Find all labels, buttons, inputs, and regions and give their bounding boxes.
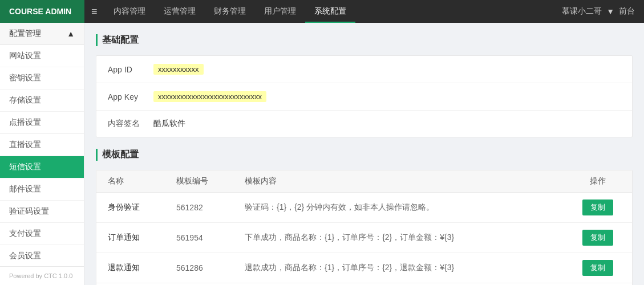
row0-code: 561282 bbox=[176, 203, 245, 212]
appid-row: App ID xxxxxxxxxxx bbox=[96, 56, 632, 83]
content-tag-value: 酷瓜软件 bbox=[153, 119, 621, 129]
main-layout: 配置管理 ▲ 网站设置 密钥设置 存储设置 点播设置 直播设置 短信设置 邮件设… bbox=[0, 23, 644, 285]
sidebar-item-membership[interactable]: 会员设置 bbox=[0, 245, 84, 267]
row2-name: 退款通知 bbox=[108, 263, 176, 273]
front-link[interactable]: 前台 bbox=[619, 6, 635, 17]
copy-button-0[interactable]: 复制 bbox=[582, 199, 613, 215]
sidebar-item-email[interactable]: 邮件设置 bbox=[0, 178, 84, 201]
sidebar: 配置管理 ▲ 网站设置 密钥设置 存储设置 点播设置 直播设置 短信设置 邮件设… bbox=[0, 23, 84, 285]
appkey-value: xxxxxxxxxxxxxxxxxxxxxxxxxxxx bbox=[153, 91, 621, 102]
sidebar-item-keys[interactable]: 密钥设置 bbox=[0, 67, 84, 89]
copy-button-1[interactable]: 复制 bbox=[582, 230, 613, 246]
appkey-label: App Key bbox=[108, 92, 153, 101]
sidebar-footer: Powered by CTC 1.0.0 bbox=[0, 266, 84, 285]
appid-label: App ID bbox=[108, 65, 153, 74]
sidebar-group-title[interactable]: 配置管理 ▲ bbox=[0, 23, 84, 45]
nav-item-operations[interactable]: 运营管理 bbox=[155, 0, 205, 23]
row1-name: 订单通知 bbox=[108, 233, 176, 243]
appid-highlight: xxxxxxxxxxx bbox=[153, 64, 204, 75]
th-name: 名称 bbox=[108, 176, 176, 186]
sidebar-item-payment[interactable]: 支付设置 bbox=[0, 223, 84, 245]
row2-code: 561286 bbox=[176, 263, 245, 272]
nav-toggle-button[interactable]: ≡ bbox=[84, 0, 104, 23]
brand-logo: COURSE ADMIN bbox=[0, 0, 84, 23]
sidebar-item-live[interactable]: 直播设置 bbox=[0, 134, 84, 156]
row0-name: 身份验证 bbox=[108, 202, 176, 213]
th-code: 模板编号 bbox=[176, 176, 245, 186]
main-content: 基础配置 App ID xxxxxxxxxxx App Key xxxxxxxx… bbox=[84, 23, 644, 285]
nav-right: 慕课小二哥 ▼ 前台 bbox=[553, 6, 644, 17]
th-content: 模板内容 bbox=[245, 176, 575, 186]
table-row: 身份验证 561282 验证码：{1}，{2} 分钟内有效，如非本人操作请忽略。… bbox=[96, 193, 632, 223]
nav-item-system[interactable]: 系统配置 bbox=[305, 0, 355, 23]
table-header: 名称 模板编号 模板内容 操作 bbox=[96, 170, 632, 193]
template-config-title: 模板配置 bbox=[96, 149, 633, 161]
th-action: 操作 bbox=[575, 176, 621, 186]
basic-config-card: App ID xxxxxxxxxxx App Key xxxxxxxxxxxxx… bbox=[96, 55, 633, 137]
top-nav: COURSE ADMIN ≡ 内容管理 运营管理 财务管理 用户管理 系统配置 … bbox=[0, 0, 644, 23]
row2-content: 退款成功，商品名称：{1}，订单序号：{2}，退款金额：¥{3} bbox=[245, 263, 575, 273]
top-nav-menu: 内容管理 运营管理 财务管理 用户管理 系统配置 bbox=[104, 0, 553, 23]
copy-button-2[interactable]: 复制 bbox=[582, 260, 613, 276]
username-display[interactable]: 慕课小二哥 bbox=[562, 6, 602, 17]
table-row: 订单通知 561954 下单成功，商品名称：{1}，订单序号：{2}，订单金额：… bbox=[96, 223, 632, 253]
sidebar-item-vod[interactable]: 点播设置 bbox=[0, 112, 84, 134]
appid-value: xxxxxxxxxxx bbox=[153, 64, 621, 75]
appkey-highlight: xxxxxxxxxxxxxxxxxxxxxxxxxxxx bbox=[153, 91, 266, 102]
toggle-icon: ≡ bbox=[91, 6, 98, 18]
row1-code: 561954 bbox=[176, 233, 245, 242]
row0-content: 验证码：{1}，{2} 分钟内有效，如非本人操作请忽略。 bbox=[245, 202, 575, 213]
nav-item-finance[interactable]: 财务管理 bbox=[205, 0, 255, 23]
basic-config-title: 基础配置 bbox=[96, 34, 633, 46]
sidebar-item-storage[interactable]: 存储设置 bbox=[0, 89, 84, 112]
template-table: 名称 模板编号 模板内容 操作 身份验证 561282 验证码：{1}，{2} … bbox=[96, 170, 633, 285]
content-tag-row: 内容签名 酷瓜软件 bbox=[96, 111, 632, 137]
sidebar-item-sms[interactable]: 短信设置 bbox=[0, 156, 84, 178]
brand-text: COURSE ADMIN bbox=[9, 7, 71, 16]
row0-action: 复制 bbox=[575, 199, 621, 215]
sidebar-item-captcha[interactable]: 验证码设置 bbox=[0, 201, 84, 223]
sidebar-item-website[interactable]: 网站设置 bbox=[0, 45, 84, 67]
appkey-row: App Key xxxxxxxxxxxxxxxxxxxxxxxxxxxx bbox=[96, 83, 632, 111]
table-row: 退款通知 561286 退款成功，商品名称：{1}，订单序号：{2}，退款金额：… bbox=[96, 253, 632, 283]
nav-item-users[interactable]: 用户管理 bbox=[255, 0, 305, 23]
row2-action: 复制 bbox=[575, 260, 621, 276]
row1-content: 下单成功，商品名称：{1}，订单序号：{2}，订单金额：¥{3} bbox=[245, 233, 575, 243]
nav-item-content[interactable]: 内容管理 bbox=[104, 0, 155, 23]
row1-action: 复制 bbox=[575, 230, 621, 246]
content-tag-label: 内容签名 bbox=[108, 119, 153, 129]
